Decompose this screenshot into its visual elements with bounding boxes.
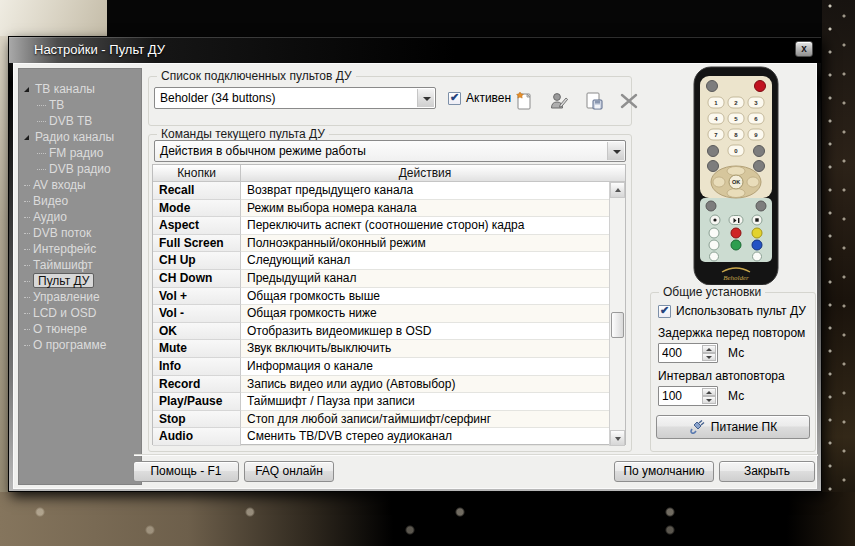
button-name-cell[interactable]: Record bbox=[153, 376, 241, 394]
checkbox-box[interactable] bbox=[448, 92, 461, 105]
table-row[interactable]: CH UpСледующий канал bbox=[153, 252, 609, 270]
tree-item-av-inputs[interactable]: AV входы bbox=[19, 177, 141, 193]
action-cell[interactable]: Следующий канал bbox=[241, 252, 609, 270]
table-row[interactable]: Vol -Общая громкость ниже bbox=[153, 305, 609, 323]
tree-item-remote-control[interactable]: Пульт ДУ bbox=[19, 273, 141, 289]
tree-item-about-tuner[interactable]: О тюнере bbox=[19, 321, 141, 337]
tree-item-tv[interactable]: ТВ bbox=[19, 97, 141, 113]
faq-button[interactable]: FAQ онлайн bbox=[244, 461, 334, 482]
button-name-cell[interactable]: Vol - bbox=[153, 305, 241, 323]
table-row[interactable]: Vol +Общая громкость выше bbox=[153, 288, 609, 306]
tree-item-dvb-tv[interactable]: DVB ТВ bbox=[19, 113, 141, 129]
action-cell[interactable]: Режим выбора номера канала bbox=[241, 200, 609, 218]
button-name-cell[interactable]: Full Screen bbox=[153, 235, 241, 253]
chevron-down-icon[interactable] bbox=[417, 89, 434, 107]
interval-input[interactable] bbox=[662, 388, 700, 404]
table-row[interactable]: MuteЗвук включить/выключить bbox=[153, 340, 609, 358]
help-button[interactable]: Помощь - F1 bbox=[133, 461, 239, 482]
delay-input[interactable] bbox=[662, 345, 700, 361]
button-name-cell[interactable]: Vol + bbox=[153, 288, 241, 306]
tree-item-tv-channels[interactable]: ТВ каналы bbox=[19, 81, 141, 97]
button-name-cell[interactable]: CH Up bbox=[153, 252, 241, 270]
button-name-cell[interactable]: Recall bbox=[153, 182, 241, 200]
delay-spinner[interactable] bbox=[658, 343, 718, 363]
table-row[interactable]: Full ScreenПолноэкранный/оконный режим bbox=[153, 235, 609, 253]
button-name-cell[interactable]: Mode bbox=[153, 200, 241, 218]
pc-power-button[interactable]: Питание ПК bbox=[656, 415, 810, 439]
button-name-cell[interactable]: OK bbox=[153, 323, 241, 341]
close-icon[interactable]: x bbox=[795, 41, 813, 57]
tree-item-video[interactable]: Видео bbox=[19, 193, 141, 209]
action-cell[interactable]: Запись видео или аудио (Автовыбор) bbox=[241, 376, 609, 394]
table-row[interactable]: CH DownПредыдущий канал bbox=[153, 270, 609, 288]
scroll-up-icon[interactable] bbox=[610, 182, 625, 198]
button-name-cell[interactable]: Mute bbox=[153, 340, 241, 358]
table-row[interactable]: AudioСменить ТВ/DVB стерео аудиоканал bbox=[153, 428, 609, 446]
desktop-background bbox=[0, 492, 855, 546]
command-mode-select[interactable]: Действия в обычном режиме работы bbox=[154, 140, 626, 162]
tree-item-about-program[interactable]: О программе bbox=[19, 337, 141, 353]
table-row[interactable]: RecordЗапись видео или аудио (Автовыбор) bbox=[153, 376, 609, 394]
table-row[interactable]: RecallВозврат предыдущего канала bbox=[153, 182, 609, 200]
tree-item-control[interactable]: Управление bbox=[19, 289, 141, 305]
action-cell[interactable]: Таймшифт / Пауза при записи bbox=[241, 393, 609, 411]
tree-item-radio-channels[interactable]: Радио каналы bbox=[19, 129, 141, 145]
button-name-cell[interactable]: CH Down bbox=[153, 270, 241, 288]
column-header-buttons[interactable]: Кнопки bbox=[153, 165, 241, 181]
active-checkbox[interactable]: Активен bbox=[448, 91, 511, 105]
button-name-cell[interactable]: Aspect bbox=[153, 217, 241, 235]
tree-selected-label: Пульт ДУ bbox=[33, 273, 94, 288]
table-row[interactable]: StopСтоп для любой записи/таймшифт/серфи… bbox=[153, 411, 609, 429]
scroll-down-icon[interactable] bbox=[610, 430, 625, 446]
table-row[interactable]: InfoИнформация о канале bbox=[153, 358, 609, 376]
tree-item-fm-radio[interactable]: FM радио bbox=[19, 145, 141, 161]
action-cell[interactable]: Сменить ТВ/DVB стерео аудиоканал bbox=[241, 428, 609, 446]
action-cell[interactable]: Звук включить/выключить bbox=[241, 340, 609, 358]
action-cell[interactable]: Возврат предыдущего канала bbox=[241, 182, 609, 200]
tree-item-lcd-osd[interactable]: LCD и OSD bbox=[19, 305, 141, 321]
table-row[interactable]: OKОтобразить видеомикшер в OSD bbox=[153, 323, 609, 341]
button-name-cell[interactable]: Stop bbox=[153, 411, 241, 429]
checkbox-box[interactable] bbox=[658, 305, 671, 318]
interval-spinner[interactable] bbox=[658, 386, 718, 406]
tree-item-dvb-stream[interactable]: DVB поток bbox=[19, 225, 141, 241]
action-cell[interactable]: Информация о канале bbox=[241, 358, 609, 376]
tree-item-audio[interactable]: Аудио bbox=[19, 209, 141, 225]
defaults-button[interactable]: По умолчанию bbox=[614, 461, 714, 482]
button-name-cell[interactable]: Play/Pause bbox=[153, 393, 241, 411]
button-name-cell[interactable]: Audio bbox=[153, 428, 241, 446]
tree-item-dvb-radio[interactable]: DVB радио bbox=[19, 161, 141, 177]
edit-remote-icon[interactable] bbox=[547, 89, 571, 113]
spin-up-icon[interactable] bbox=[702, 388, 716, 396]
add-remote-icon[interactable] bbox=[512, 89, 536, 113]
spin-down-icon[interactable] bbox=[702, 353, 716, 361]
table-row[interactable]: AspectПереключить аспект (соотношение ст… bbox=[153, 217, 609, 235]
title-bar[interactable]: Настройки - Пульт ДУ x bbox=[9, 37, 821, 63]
action-cell[interactable]: Общая громкость ниже bbox=[241, 305, 609, 323]
spin-down-icon[interactable] bbox=[702, 396, 716, 404]
scrollbar-thumb[interactable] bbox=[611, 312, 624, 338]
action-cell[interactable]: Общая громкость выше bbox=[241, 288, 609, 306]
action-cell[interactable]: Стоп для любой записи/таймшифт/серфинг bbox=[241, 411, 609, 429]
table-row[interactable]: ModeРежим выбора номера канала bbox=[153, 200, 609, 218]
table-row[interactable]: Play/PauseТаймшифт / Пауза при записи bbox=[153, 393, 609, 411]
action-cell[interactable]: Предыдущий канал bbox=[241, 270, 609, 288]
chevron-down-icon[interactable] bbox=[607, 142, 624, 160]
tree-item-interface[interactable]: Интерфейс bbox=[19, 241, 141, 257]
footer-divider bbox=[134, 454, 818, 456]
remote-select[interactable]: Beholder (34 buttons) bbox=[154, 87, 436, 109]
table-scrollbar[interactable] bbox=[609, 182, 625, 446]
action-cell[interactable]: Отобразить видеомикшер в OSD bbox=[241, 323, 609, 341]
svg-text:Beholder: Beholder bbox=[723, 274, 749, 282]
tree-item-timeshift[interactable]: Таймшифт bbox=[19, 257, 141, 273]
use-remote-checkbox[interactable]: Использовать пульт ДУ bbox=[658, 304, 806, 318]
action-cell[interactable]: Полноэкранный/оконный режим bbox=[241, 235, 609, 253]
action-cell[interactable]: Переключить аспект (соотношение сторон) … bbox=[241, 217, 609, 235]
save-remote-icon[interactable] bbox=[582, 89, 606, 113]
close-button[interactable]: Закрыть bbox=[719, 461, 815, 482]
button-name-cell[interactable]: Info bbox=[153, 358, 241, 376]
delete-remote-icon[interactable] bbox=[617, 89, 641, 113]
table-rows: RecallВозврат предыдущего канала ModeРеж… bbox=[153, 182, 609, 446]
column-header-actions[interactable]: Действия bbox=[241, 165, 609, 181]
spin-up-icon[interactable] bbox=[702, 345, 716, 353]
